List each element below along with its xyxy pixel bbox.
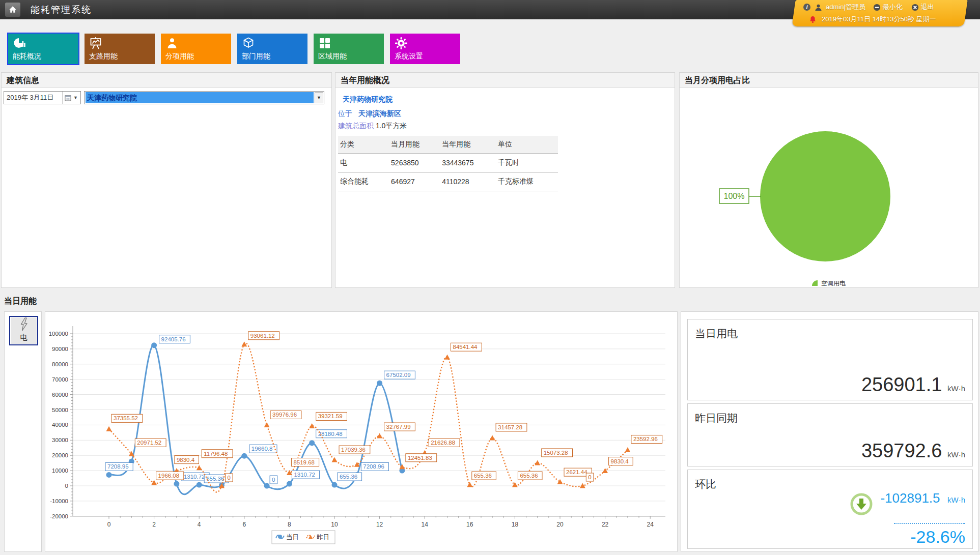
yesterday-series-marker[interactable] <box>535 460 540 465</box>
table-cell: 电 <box>338 154 389 172</box>
user-name: admin|管理员 <box>826 3 865 12</box>
today-series-marker[interactable] <box>106 472 112 478</box>
yesterday-series-marker[interactable] <box>557 479 563 484</box>
svg-text:22: 22 <box>602 521 609 528</box>
building-select[interactable]: 天津药物研究院 ▼ <box>84 91 324 104</box>
pie-legend[interactable]: 空调用电 <box>812 280 846 287</box>
today-series-marker[interactable] <box>309 440 315 446</box>
pie-legend-icon <box>812 280 818 286</box>
yesterday-series-marker[interactable] <box>490 435 495 440</box>
svg-text:655.36: 655.36 <box>206 476 224 482</box>
yesterday-series-marker[interactable] <box>309 423 315 428</box>
yesterday-series-marker[interactable] <box>467 482 472 487</box>
calendar-icon[interactable] <box>62 92 73 104</box>
svg-text:10000: 10000 <box>52 468 68 474</box>
yesterday-series-marker[interactable] <box>106 426 112 431</box>
minimize-button[interactable]: 最小化 <box>873 3 903 12</box>
building-name-link[interactable]: 天津药物研究院 <box>343 95 675 104</box>
home-button[interactable] <box>5 3 20 17</box>
svg-text:8519.68: 8519.68 <box>293 459 315 465</box>
today-series-labels: 7208.9592405.761310.72655.3619660.801310… <box>105 335 415 484</box>
nav-tab-label: 系统设置 <box>395 52 423 61</box>
nav-tab-6[interactable]: 系统设置 <box>390 34 460 64</box>
daily-stats-panel: 当日用电 256901.1 kW·h 昨日同期 359792.6 kW·h 环比… <box>681 311 978 552</box>
svg-text:31457.28: 31457.28 <box>498 424 522 430</box>
table-header: 分类 <box>338 136 389 154</box>
svg-text:17039.36: 17039.36 <box>341 447 366 453</box>
today-usage-unit: kW·h <box>947 384 965 393</box>
yesterday-series-marker[interactable] <box>377 433 382 439</box>
daily-line-chart: -20000-100000100002000030000400005000060… <box>45 312 677 551</box>
date-dropdown-arrow[interactable]: ▼ <box>73 95 80 100</box>
svg-text:70000: 70000 <box>52 376 68 383</box>
bell-icon[interactable] <box>809 15 817 23</box>
nav-tab-3[interactable]: 分项用能 <box>161 34 231 64</box>
today-series-marker[interactable] <box>377 381 382 386</box>
table-header: 单位 <box>496 136 558 154</box>
svg-text:32767.99: 32767.99 <box>386 424 411 430</box>
today-usage-card: 当日用电 256901.1 kW·h <box>687 319 973 400</box>
svg-text:100%: 100% <box>724 192 745 200</box>
svg-text:4: 4 <box>198 521 201 528</box>
yesterday-series-marker[interactable] <box>332 457 338 462</box>
pie-slice-air-conditioning[interactable] <box>760 131 890 261</box>
svg-text:16: 16 <box>466 521 473 528</box>
electricity-type-button[interactable]: 电 <box>9 316 38 345</box>
chart-gridlines <box>73 334 665 516</box>
today-series <box>106 342 405 494</box>
today-series-marker[interactable] <box>241 453 247 459</box>
svg-text:28180.48: 28180.48 <box>318 431 343 437</box>
today-series-marker[interactable] <box>151 342 157 348</box>
nav-tab-label: 分项用能 <box>165 52 194 61</box>
svg-text:-20000: -20000 <box>50 513 68 519</box>
today-series-marker[interactable] <box>174 481 179 487</box>
svg-text:11796.48: 11796.48 <box>204 451 228 457</box>
svg-text:20971.52: 20971.52 <box>137 440 161 446</box>
date-picker[interactable]: 2019年 3月11日 ▼ <box>4 91 81 104</box>
nav-tab-label: 支路用能 <box>89 52 118 61</box>
svg-text:655.36: 655.36 <box>474 473 492 479</box>
nav-tab-2[interactable]: 支路用能 <box>85 34 155 64</box>
pie-panel-title: 当月分项用电占比 <box>680 73 978 88</box>
app-title: 能耗管理系统 <box>31 4 92 16</box>
today-series-marker[interactable] <box>287 481 292 487</box>
svg-text:当日: 当日 <box>286 534 299 541</box>
daily-chart-panel: -20000-100000100002000030000400005000060… <box>45 311 678 552</box>
today-series-marker[interactable] <box>332 482 338 488</box>
yesterday-series-marker[interactable] <box>354 462 360 467</box>
table-cell: 综合能耗 <box>338 172 389 191</box>
svg-text:37355.52: 37355.52 <box>114 415 138 421</box>
pie-chart: 100%空调用电 <box>680 88 978 287</box>
electricity-type-label: 电 <box>10 333 37 342</box>
svg-text:92405.76: 92405.76 <box>161 336 186 342</box>
building-dropdown-arrow[interactable]: ▼ <box>315 92 323 103</box>
today-series-marker[interactable] <box>197 482 202 488</box>
table-header: 当年用能 <box>440 136 496 154</box>
svg-text:23592.96: 23592.96 <box>633 436 658 442</box>
today-series-marker[interactable] <box>264 483 270 489</box>
chart-legend[interactable]: 当日昨日 <box>272 531 335 544</box>
svg-text:8: 8 <box>288 521 291 528</box>
nav-tab-label: 区域用能 <box>318 52 347 61</box>
svg-text:0: 0 <box>107 521 111 528</box>
nav-tab-5[interactable]: 区域用能 <box>314 34 384 64</box>
svg-text:12451.83: 12451.83 <box>408 455 432 461</box>
svg-text:12: 12 <box>376 521 383 528</box>
board-icon <box>89 37 102 50</box>
building-location: 位于天津滨海新区 <box>338 109 675 119</box>
yesterday-series-marker[interactable] <box>197 465 202 470</box>
table-header: 当月用能 <box>389 136 440 154</box>
info-icon[interactable]: i <box>803 3 811 11</box>
nav-tab-1[interactable]: 能耗概况 <box>8 34 78 64</box>
table-cell: 33443675 <box>440 154 496 172</box>
yesterday-series-marker[interactable] <box>151 480 157 485</box>
yesterday-series-marker[interactable] <box>625 447 630 452</box>
today-usage-value: 256901.1 kW·h <box>861 374 965 396</box>
person-icon <box>165 37 179 50</box>
gear-icon <box>395 37 408 50</box>
nav-tab-4[interactable]: 部门用能 <box>237 34 307 64</box>
logout-button[interactable]: 退出 <box>911 3 934 12</box>
yesterday-series-marker[interactable] <box>444 355 450 360</box>
building-select-value: 天津药物研究院 <box>86 92 314 103</box>
building-area: 建筑总面积 1.0平方米 <box>338 122 675 131</box>
